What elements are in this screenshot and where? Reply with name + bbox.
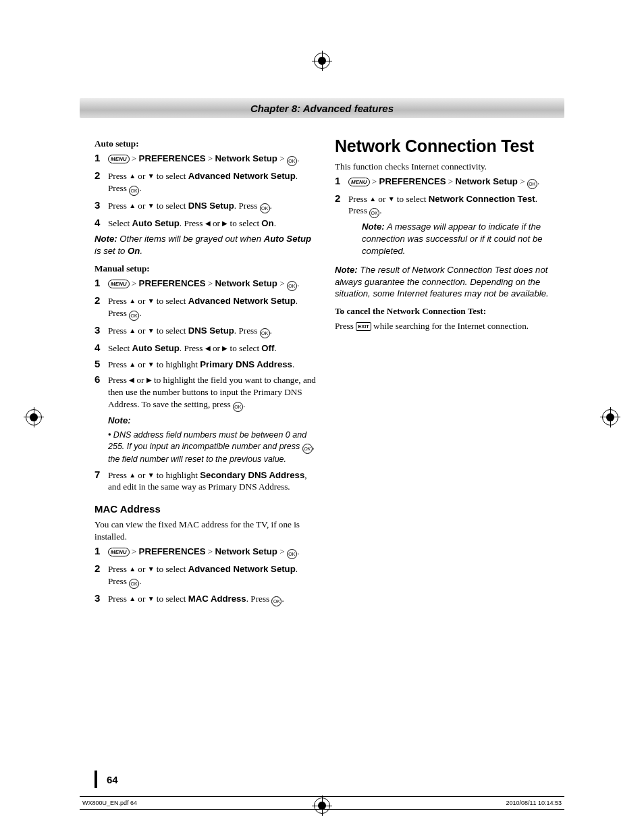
step6-bullet: • DNS address field numbers must be betw… <box>108 429 316 465</box>
network-test-title: Network Connection Test <box>335 135 556 158</box>
step-body: Press ▲ or ▼ to select DNS Setup. Press … <box>108 200 316 213</box>
ok-icon: OK <box>260 328 270 338</box>
step-number: 5 <box>95 359 108 370</box>
down-icon: ▼ <box>148 361 155 368</box>
network-test-outer-note: Note: The result of Network Connection T… <box>335 264 556 300</box>
step2-note: Note: A message will appear to indicate … <box>362 221 556 257</box>
up-icon: ▲ <box>129 327 136 334</box>
step-body: Press ▲ or ▼ to select Advanced Network … <box>108 295 316 321</box>
step-number: 2 <box>95 170 108 182</box>
ok-icon: OK <box>287 281 297 291</box>
up-icon: ▲ <box>129 565 136 573</box>
right-icon: ▶ <box>222 219 227 227</box>
step-body: Press ▲ or ▼ to select Advanced Network … <box>108 170 316 196</box>
mac-address-heading: MAC Address <box>95 502 316 516</box>
cancel-heading: To cancel the Network Connection Test: <box>335 305 556 317</box>
step-number: 3 <box>95 200 108 211</box>
left-icon: ◀ <box>205 344 211 352</box>
up-icon: ▲ <box>369 195 376 203</box>
ok-icon: OK <box>369 208 379 218</box>
step-body: MENU > PREFERENCES > Network Setup > OK. <box>348 176 556 189</box>
step-body: Select Auto Setup. Press ◀ or ▶ to selec… <box>108 342 316 355</box>
footer-right: 2010/08/11 10:14:53 <box>506 800 562 806</box>
step-number: 2 <box>335 193 348 205</box>
right-icon: ▶ <box>222 344 227 352</box>
manual-setup-heading: Manual setup: <box>95 263 316 275</box>
step-body: Press ▲ or ▼ to select Network Connectio… <box>348 193 556 260</box>
down-icon: ▼ <box>148 172 155 180</box>
right-icon: ▶ <box>146 376 152 384</box>
auto-setup-steps: 1 MENU > PREFERENCES > Network Setup > O… <box>95 153 316 230</box>
footer-left: WX800U_EN.pdf 64 <box>82 800 137 806</box>
up-icon: ▲ <box>129 361 136 368</box>
up-icon: ▲ <box>129 202 136 209</box>
step-number: 3 <box>95 593 108 604</box>
step-number: 6 <box>95 374 108 386</box>
crop-mark-icon <box>314 53 330 69</box>
auto-setup-heading: Auto setup: <box>95 138 316 150</box>
ok-icon: OK <box>129 186 139 196</box>
down-icon: ▼ <box>148 565 155 573</box>
ok-icon: OK <box>129 311 139 321</box>
down-icon: ▼ <box>388 195 395 203</box>
down-icon: ▼ <box>148 327 155 334</box>
ok-icon: OK <box>287 549 297 559</box>
down-icon: ▼ <box>148 595 155 602</box>
left-column: Auto setup: 1 MENU > PREFERENCES > Netwo… <box>95 135 316 610</box>
step-number: 4 <box>95 217 108 229</box>
ok-icon: OK <box>129 579 139 589</box>
crop-mark-icon <box>602 409 618 425</box>
step-body: MENU > PREFERENCES > Network Setup > OK. <box>108 153 316 166</box>
step-number: 1 <box>335 176 348 187</box>
ok-icon: OK <box>287 156 297 166</box>
cancel-body: Press EXIT while searching for the Inter… <box>335 320 556 332</box>
right-column: Network Connection Test This function ch… <box>335 135 556 610</box>
step-number: 1 <box>95 153 108 164</box>
network-test-intro: This function checks Internet connectivi… <box>335 161 556 173</box>
up-icon: ▲ <box>129 595 136 602</box>
menu-icon: MENU <box>108 548 130 556</box>
manual-setup-steps: 1 MENU > PREFERENCES > Network Setup > O… <box>95 278 316 493</box>
auto-setup-note: Note: Other items will be grayed out whe… <box>95 233 316 257</box>
mac-address-steps: 1 MENU > PREFERENCES > Network Setup > O… <box>95 546 316 606</box>
step-number: 2 <box>95 295 108 307</box>
footer: WX800U_EN.pdf 64 2010/08/11 10:14:53 <box>80 796 564 810</box>
network-test-steps: 1 MENU > PREFERENCES > Network Setup > O… <box>335 176 556 260</box>
crop-mark-icon <box>26 409 42 425</box>
step-body: Press ▲ or ▼ to highlight Secondary DNS … <box>108 469 316 494</box>
up-icon: ▲ <box>129 172 136 180</box>
step-body: Press ◀ or ▶ to highlight the field you … <box>108 374 316 465</box>
ok-icon: OK <box>302 444 313 454</box>
ok-icon: OK <box>233 402 243 412</box>
chapter-header: Chapter 8: Advanced features <box>80 98 564 118</box>
step-number: 2 <box>95 563 108 575</box>
menu-icon: MENU <box>108 155 130 163</box>
step6-note-label: Note: <box>108 415 131 425</box>
step-body: Press ▲ or ▼ to select Advanced Network … <box>108 563 316 589</box>
exit-icon: EXIT <box>356 322 371 331</box>
step-number: 1 <box>95 278 108 289</box>
down-icon: ▼ <box>148 471 155 479</box>
page-number: 64 <box>107 774 118 785</box>
up-icon: ▲ <box>129 297 136 305</box>
page-content: Auto setup: 1 MENU > PREFERENCES > Netwo… <box>95 135 556 610</box>
step-number: 4 <box>95 342 108 354</box>
step-body: Press ▲ or ▼ to highlight Primary DNS Ad… <box>108 359 316 371</box>
step-number: 3 <box>95 325 108 336</box>
step-number: 7 <box>95 469 108 481</box>
page-number-bar <box>95 771 97 788</box>
menu-icon: MENU <box>108 280 130 288</box>
up-icon: ▲ <box>129 471 136 479</box>
menu-icon: MENU <box>348 178 370 186</box>
step-body: MENU > PREFERENCES > Network Setup > OK. <box>108 278 316 291</box>
ok-icon: OK <box>527 179 537 189</box>
ok-icon: OK <box>271 596 281 606</box>
step-body: Press ▲ or ▼ to select MAC Address. Pres… <box>108 593 316 606</box>
step-body: Press ▲ or ▼ to select DNS Setup. Press … <box>108 325 316 338</box>
step-body: Select Auto Setup. Press ◀ or ▶ to selec… <box>108 217 316 230</box>
chapter-title: Chapter 8: Advanced features <box>250 103 394 114</box>
left-icon: ◀ <box>205 219 211 227</box>
down-icon: ▼ <box>148 202 155 209</box>
ok-icon: OK <box>260 203 270 213</box>
left-icon: ◀ <box>129 376 134 384</box>
